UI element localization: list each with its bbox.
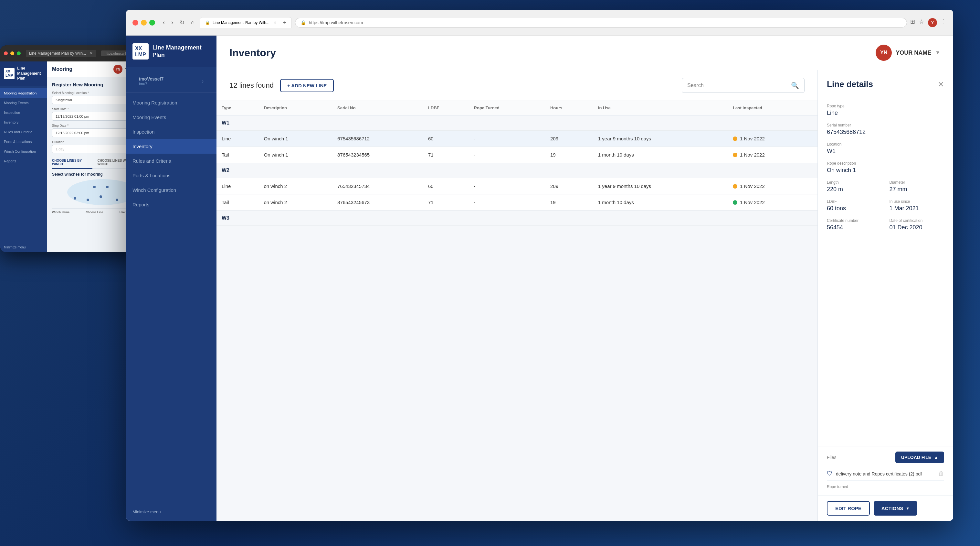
cell-rope-turned: - [469,178,545,195]
browser-tab[interactable]: 🔒 Line Management Plan by Wilh... ✕ + [200,17,292,28]
sidebar-item-mooring-events[interactable]: Mooring Events [126,110,216,125]
table-header: Type Description Serial No LDBF Rope Tur… [216,101,818,115]
sidebar-item-ports[interactable]: Ports & Locations [126,168,216,183]
tab-title: Line Management Plan by Wilh... [213,21,269,25]
main-content: Inventory YN YOUR NAME ▼ 12 lines found … [216,35,953,521]
front-window: ‹ › ↻ ⌂ 🔒 Line Management Plan by Wilh..… [126,10,953,521]
inventory-area: 12 lines found + ADD NEW LINE 🔍 [216,70,953,521]
vessel-item[interactable]: imoVessel7 imo7 › [132,72,210,90]
refresh-btn[interactable]: ↻ [178,18,186,27]
inventory-table: Type Description Serial No LDBF Rope Tur… [216,101,818,226]
sidebar-item-inventory[interactable]: Inventory [126,139,216,154]
min-dot[interactable] [10,51,14,55]
logo-acronym-line1: XX [135,45,146,51]
location-label: Location [827,142,944,147]
cell-last-inspected: 1 Nov 2022 [728,131,818,147]
back-nav-inspection[interactable]: Inspection [0,108,47,117]
actions-button[interactable]: ACTIONS ▼ [874,501,917,516]
col-ldbf: LDBF [423,101,469,115]
table-row[interactable]: Line On winch 1 675435686712 60 - 209 1 … [216,131,818,147]
w1-header: W1 [216,115,818,131]
col-description: Description [259,101,332,115]
back-nav-reports[interactable]: Reports [0,156,47,166]
file-delete-btn[interactable]: 🗑 [938,470,944,477]
winch-dot-center [100,195,102,198]
files-section: Files UPLOAD FILE ▲ 🛡 delivery note and … [818,446,953,495]
edit-rope-button[interactable]: EDIT ROPE [827,501,870,516]
back-nav-btn[interactable]: ‹ [161,18,167,27]
tab-close-btn[interactable]: ✕ [274,21,277,25]
url-text: https://lmp.wilhelmsen.com [309,20,363,25]
sidebar-item-inspection[interactable]: Inspection [126,125,216,139]
forward-nav-btn[interactable]: › [169,18,175,27]
table-toolbar: 12 lines found + ADD NEW LINE 🔍 [216,70,818,101]
back-nav-inventory[interactable]: Inventory [0,117,47,127]
cell-hours: 19 [545,195,593,211]
sidebar-item-mooring-registration[interactable]: Mooring Registration [126,96,216,110]
browser-close-btn[interactable] [132,20,138,26]
menu-icon[interactable]: ⋮ [941,18,947,27]
search-input[interactable] [687,83,788,88]
back-tab-close[interactable]: ✕ [89,51,93,56]
col-rope-turned: Rope Turned [469,101,545,115]
browser-min-btn[interactable] [141,20,147,26]
cell-in-use: 1 year 9 months 10 days [593,178,728,195]
cell-ldbf: 60 [423,131,469,147]
cert-number-value: 56454 [827,224,882,231]
cell-last-inspected: 1 Nov 2022 [728,195,818,211]
sidebar-item-reports[interactable]: Reports [126,197,216,212]
upload-file-button[interactable]: UPLOAD FILE ▲ [895,452,944,463]
minimize-menu-btn[interactable]: Minimize menu [132,509,210,514]
winch-group-w1: W1 [216,115,818,131]
extensions-icon[interactable]: ⊞ [910,18,915,27]
in-use-since-value: 1 Mar 2021 [889,205,945,212]
back-nav-rules[interactable]: Rules and Criteria [0,127,47,137]
table-row[interactable]: Line on winch 2 765432345734 60 - 209 1 … [216,178,818,195]
cell-serial: 675435686712 [332,131,423,147]
table-row[interactable]: Tail On winch 1 876543234565 71 - 19 1 m… [216,147,818,163]
sidebar-item-winch[interactable]: Winch Configuration [126,183,216,197]
max-dot[interactable] [17,51,21,55]
back-tab-by-winch[interactable]: CHOOSE LINES BY WINCH [52,156,92,169]
table-row[interactable]: Tail on winch 2 876543245673 71 - 19 1 m… [216,195,818,211]
ldbf-field: LDBF 60 tons [827,199,882,212]
back-minimize-btn[interactable]: Minimize menu [0,242,47,252]
details-close-btn[interactable]: ✕ [938,80,944,89]
back-nav-ports[interactable]: Ports & Locations [0,137,47,147]
cell-in-use: 1 month 10 days [593,147,728,163]
profile-icon[interactable]: Y [928,18,937,27]
back-nav-mooring-events[interactable]: Mooring Events [0,98,47,108]
sidebar-item-rules[interactable]: Rules and Criteria [126,154,216,168]
user-chevron-icon[interactable]: ▼ [935,50,940,56]
cell-serial: 765432345734 [332,178,423,195]
back-tab[interactable]: Line Management Plan by Wilh... ✕ [26,50,96,57]
ldbf-label: LDBF [827,199,882,204]
table-body: W1 Line On winch 1 675435686712 60 - 209 [216,115,818,226]
back-nav-mooring-registration[interactable]: Mooring Registration [0,88,47,98]
diameter-label: Diameter [889,180,945,185]
add-new-line-button[interactable]: + ADD NEW LINE [280,79,334,92]
serial-value: 675435686712 [827,129,944,136]
rope-type-label: Rope type [827,104,944,109]
logo-text: Line Management Plan [153,44,202,59]
cert-date-value: 01 Dec 2020 [889,224,945,231]
lines-found-count: 12 lines found [229,81,274,89]
nav-label-inspection: Inspection [132,129,154,134]
files-header: Files UPLOAD FILE ▲ [827,452,944,463]
browser-url-bar[interactable]: 🔒 https://lmp.wilhelmsen.com [295,18,907,27]
back-nav-winch[interactable]: Winch Configuration [0,147,47,156]
file-name: delivery note and Ropes certificates (2)… [836,471,935,476]
new-tab-btn[interactable]: + [283,19,286,26]
length-diameter-row: Length 220 m Diameter 27 mm [827,180,944,193]
user-avatar: YN [876,45,892,61]
w2-header: W2 [216,163,818,178]
winch-dot-left [74,197,76,200]
in-use-since-field: In use since 1 Mar 2021 [889,199,945,212]
home-btn[interactable]: ⌂ [189,18,196,27]
browser-max-btn[interactable] [149,20,155,26]
rope-desc-field: Rope description On winch 1 [827,161,944,174]
nav-label-inventory: Inventory [132,144,153,149]
close-dot[interactable] [4,51,8,55]
bookmark-icon[interactable]: ☆ [919,18,924,27]
inspected-date: 1 Nov 2022 [740,184,765,189]
